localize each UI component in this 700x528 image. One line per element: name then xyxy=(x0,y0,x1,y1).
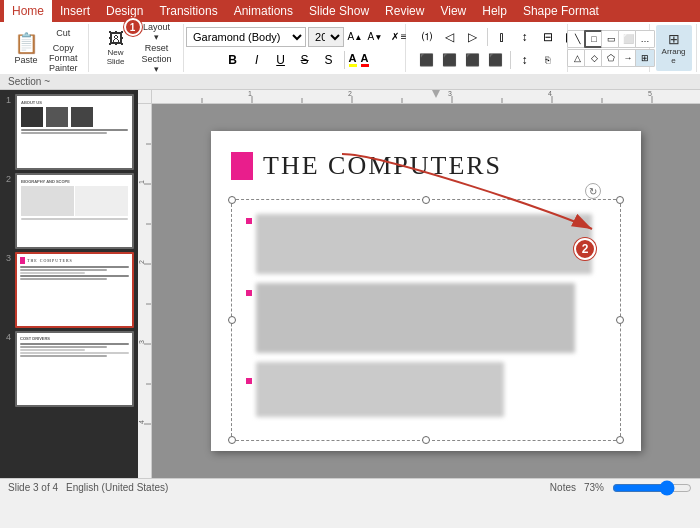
slide-title-text: THE COMPUTERS xyxy=(263,151,502,181)
handle-mr[interactable] xyxy=(616,316,624,324)
svg-text:1: 1 xyxy=(248,90,252,97)
svg-text:2: 2 xyxy=(348,90,352,97)
paragraph-expand-button[interactable]: ⎘ xyxy=(537,50,559,70)
layout-button[interactable]: Layout ▾ xyxy=(137,25,177,39)
handle-br[interactable] xyxy=(616,436,624,444)
rotate-handle[interactable]: ↻ xyxy=(585,183,601,199)
handle-ml[interactable] xyxy=(228,316,236,324)
blur-block-2 xyxy=(256,283,575,353)
svg-text:3: 3 xyxy=(138,340,145,344)
svg-text:2: 2 xyxy=(138,260,145,264)
handle-tr[interactable] xyxy=(616,196,624,204)
ruler-vertical: 1 2 3 4 xyxy=(138,104,152,478)
handle-tl[interactable] xyxy=(228,196,236,204)
format-painter-button[interactable]: Format Painter xyxy=(45,56,82,70)
notes-button[interactable]: Notes xyxy=(550,482,576,493)
blur-block-1 xyxy=(256,214,592,274)
handle-bl[interactable] xyxy=(228,436,236,444)
slide-thumb-3[interactable]: THE COMPUTERS xyxy=(15,252,134,328)
slide-num-3: 3 xyxy=(4,252,13,264)
text-direction-button[interactable]: ↕ xyxy=(514,27,536,47)
shrink-font-button[interactable]: A▼ xyxy=(366,28,384,46)
increase-indent-button[interactable]: ▷ xyxy=(462,27,484,47)
slide-num-1: 1 xyxy=(4,94,13,106)
font-color-bar xyxy=(361,64,369,67)
highlight-color-bar xyxy=(349,64,357,67)
cut-button[interactable]: Cut xyxy=(45,26,82,40)
numbering-button[interactable]: ⑴ xyxy=(416,27,438,47)
slide-pink-rect xyxy=(231,152,253,180)
ribbon-toolbar: 📋 Paste Cut Copy Format Painter 🖼 NewSli… xyxy=(0,22,700,74)
step2-marker: 2 xyxy=(574,238,596,260)
blur-block-3 xyxy=(256,362,504,417)
new-slide-button[interactable]: 🖼 NewSlide 1 xyxy=(97,25,135,71)
svg-text:4: 4 xyxy=(548,90,552,97)
ruler-horizontal: 1 2 3 4 5 xyxy=(152,90,700,104)
main-area: 1 ABOUT US 2 BIOGRAPHY AND xyxy=(0,90,700,478)
menu-animations[interactable]: Animations xyxy=(226,0,301,22)
status-bar: Slide 3 of 4 English (United States) Not… xyxy=(0,478,700,496)
align-center-button[interactable]: ⬛ xyxy=(439,50,461,70)
language-indicator: English (United States) xyxy=(66,482,168,493)
slide-title-area: THE COMPUTERS xyxy=(231,151,621,181)
paste-button[interactable]: 📋 Paste xyxy=(8,25,44,71)
zoom-level: 73% xyxy=(584,482,604,493)
highlight-color-button[interactable]: A xyxy=(349,53,357,67)
menu-help[interactable]: Help xyxy=(474,0,515,22)
slide-thumb-4[interactable]: COST DRIVERS xyxy=(15,331,134,407)
svg-text:5: 5 xyxy=(648,90,652,97)
section-button[interactable]: Section ▾ xyxy=(137,57,177,71)
svg-text:3: 3 xyxy=(448,90,452,97)
bullets-button[interactable]: ≡ xyxy=(393,27,415,47)
strikethrough-button[interactable]: S xyxy=(294,50,316,70)
section-label: Section ~ xyxy=(4,74,54,89)
columns-button[interactable]: ⫿ xyxy=(491,27,513,47)
align-left-button[interactable]: ⬛ xyxy=(416,50,438,70)
textshadow-button[interactable]: S xyxy=(318,50,340,70)
slide-panel: 1 ABOUT US 2 BIOGRAPHY AND xyxy=(0,90,138,478)
slides-group: 🖼 NewSlide 1 Layout ▾ Reset Section ▾ xyxy=(91,24,184,72)
svg-text:4: 4 xyxy=(138,420,145,424)
font-group: Garamond (Body) 20 A▲ A▼ ✗ B I U S S A A xyxy=(186,24,406,72)
arrange-btn[interactable]: ⊞ Arrange xyxy=(656,25,692,71)
menu-transitions[interactable]: Transitions xyxy=(151,0,225,22)
slide-count: Slide 3 of 4 xyxy=(8,482,58,493)
underline-button[interactable]: U xyxy=(270,50,292,70)
slide-thumb-1[interactable]: ABOUT US xyxy=(15,94,134,170)
slide-thumb-2[interactable]: BIOGRAPHY AND SCOPE xyxy=(15,173,134,249)
slide-num-4: 4 xyxy=(4,331,13,343)
italic-button[interactable]: I xyxy=(246,50,268,70)
align-text-button[interactable]: ⊟ xyxy=(537,27,559,47)
decrease-indent-button[interactable]: ◁ xyxy=(439,27,461,47)
svg-text:1: 1 xyxy=(138,180,145,184)
font-size-select[interactable]: 20 xyxy=(308,27,344,47)
menu-home[interactable]: Home xyxy=(4,0,52,22)
font-color-button[interactable]: A xyxy=(361,53,369,67)
menu-insert[interactable]: Insert xyxy=(52,0,98,22)
arrange-group: ⊞ Arrange xyxy=(652,24,697,72)
handle-bc[interactable] xyxy=(422,436,430,444)
paragraph-group: ≡ ⑴ ◁ ▷ ⫿ ↕ ⊟ ◧ ⬛ ⬛ ⬛ ⬛ ↕ ⎘ xyxy=(408,24,568,72)
clipboard-group: 📋 Paste Cut Copy Format Painter xyxy=(4,24,89,72)
font-family-select[interactable]: Garamond (Body) xyxy=(186,27,306,47)
menu-bar: Home Insert Design Transitions Animation… xyxy=(0,0,700,22)
slide-num-2: 2 xyxy=(4,173,13,185)
slide-canvas[interactable]: THE COMPUTERS xyxy=(152,104,700,478)
zoom-slider[interactable] xyxy=(612,483,692,493)
menu-design[interactable]: Design xyxy=(98,0,151,22)
text-box-selected[interactable] xyxy=(231,199,621,441)
menu-view[interactable]: View xyxy=(432,0,474,22)
grow-font-button[interactable]: A▲ xyxy=(346,28,364,46)
reset-button[interactable]: Reset xyxy=(137,41,177,55)
pink-bullet-2 xyxy=(246,290,252,296)
justify-button[interactable]: ⬛ xyxy=(485,50,507,70)
handle-tc[interactable] xyxy=(422,196,430,204)
menu-shapeformat[interactable]: Shape Format xyxy=(515,0,607,22)
bold-button[interactable]: B xyxy=(222,50,244,70)
blurred-text-content xyxy=(242,210,610,430)
line-spacing-button[interactable]: ↕ xyxy=(514,50,536,70)
drawing-group: ╲ □ ▭ ⬜ … △ ◇ ⬠ → ⊞ xyxy=(570,24,650,72)
align-right-button[interactable]: ⬛ xyxy=(462,50,484,70)
menu-review[interactable]: Review xyxy=(377,0,432,22)
menu-slideshow[interactable]: Slide Show xyxy=(301,0,377,22)
